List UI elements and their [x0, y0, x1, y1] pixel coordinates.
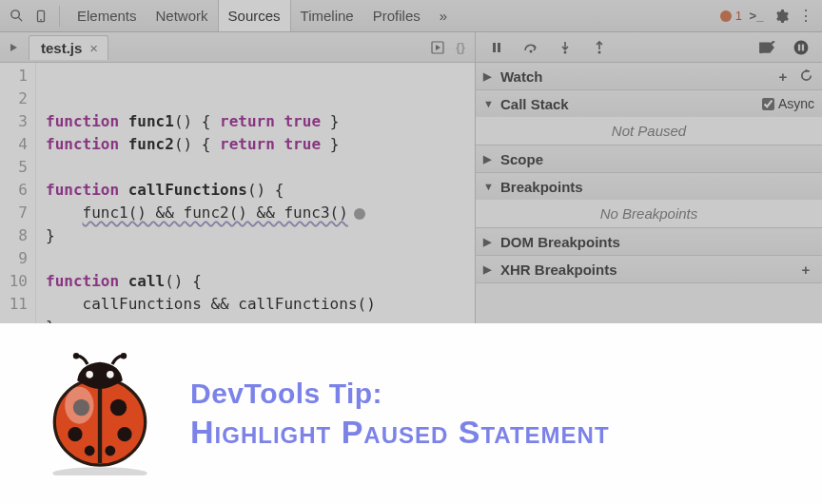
tabs-overflow-button[interactable]: »	[430, 0, 457, 31]
main-tabs: Elements Network Sources Timeline Profil…	[68, 0, 457, 31]
svg-point-20	[110, 399, 127, 416]
banner-text: DevTools Tip: Highlight Paused Statement	[190, 376, 610, 452]
editor-pane: test.js × {} 1234567891011 function func…	[0, 32, 476, 323]
disclosure-down-icon: ▼	[483, 181, 495, 192]
disclosure-right-icon: ▶	[483, 70, 495, 83]
svg-point-28	[73, 353, 80, 359]
error-count: 1	[735, 9, 742, 23]
svg-rect-5	[493, 43, 496, 52]
error-marker-icon	[354, 208, 365, 220]
svg-point-7	[530, 49, 533, 52]
code-content: function func1() { return true } functio…	[36, 63, 376, 323]
svg-point-16	[52, 467, 147, 475]
xhr-breakpoints-header[interactable]: ▶ XHR Breakpoints +	[476, 256, 822, 282]
disclosure-right-icon: ▶	[483, 153, 495, 165]
xhr-breakpoints-title: XHR Breakpoints	[500, 262, 617, 278]
breakpoints-section: ▼ Breakpoints No Breakpoints	[476, 173, 822, 228]
step-over-icon[interactable]	[521, 38, 540, 57]
svg-rect-6	[498, 43, 500, 52]
disclosure-right-icon: ▶	[483, 236, 495, 248]
svg-line-1	[18, 17, 22, 21]
device-icon[interactable]	[30, 6, 51, 27]
disclosure-down-icon: ▼	[483, 98, 495, 109]
scope-header[interactable]: ▶ Scope	[476, 145, 822, 172]
run-snippet-icon[interactable]	[429, 39, 446, 56]
settings-gear-icon[interactable]	[771, 6, 792, 27]
dom-breakpoints-title: DOM Breakpoints	[500, 234, 620, 250]
pause-icon[interactable]	[487, 38, 506, 57]
separator	[59, 6, 60, 27]
callstack-section: ▼ Call Stack Async Not Paused	[476, 90, 822, 145]
add-watch-icon[interactable]: +	[774, 68, 792, 85]
tab-timeline[interactable]: Timeline	[291, 0, 363, 31]
breakpoints-header[interactable]: ▼ Breakpoints	[476, 173, 822, 200]
svg-point-22	[117, 427, 131, 441]
file-tab-label: test.js	[41, 40, 82, 56]
svg-rect-14	[798, 44, 800, 50]
tab-elements[interactable]: Elements	[68, 0, 147, 31]
dom-breakpoints-header[interactable]: ▶ DOM Breakpoints	[476, 228, 822, 255]
workspace: test.js × {} 1234567891011 function func…	[0, 32, 822, 323]
tab-sources[interactable]: Sources	[218, 0, 291, 31]
svg-point-24	[105, 446, 115, 456]
refresh-icon[interactable]	[797, 68, 814, 85]
watch-section: ▶ Watch +	[476, 63, 822, 90]
async-label: Async	[778, 96, 814, 111]
tab-network[interactable]: Network	[147, 0, 218, 31]
close-icon[interactable]: ×	[89, 40, 98, 56]
code-editor[interactable]: 1234567891011 function func1() { return …	[0, 63, 475, 323]
dom-breakpoints-section: ▶ DOM Breakpoints	[476, 228, 822, 256]
svg-point-9	[564, 50, 567, 53]
step-into-icon[interactable]	[556, 38, 575, 57]
add-xhr-icon[interactable]: +	[797, 262, 814, 278]
debugger-toolbar	[476, 32, 822, 63]
svg-point-25	[65, 387, 93, 424]
svg-point-0	[10, 10, 18, 18]
callstack-body: Not Paused	[476, 117, 822, 145]
search-icon[interactable]	[6, 6, 27, 27]
svg-point-13	[794, 40, 809, 54]
navigator-toggle-icon[interactable]	[6, 39, 23, 56]
callstack-header[interactable]: ▼ Call Stack Async	[476, 90, 822, 117]
format-icon[interactable]: {}	[452, 39, 469, 56]
main-toolbar: Elements Network Sources Timeline Profil…	[0, 0, 822, 32]
svg-point-29	[121, 353, 127, 359]
ladybug-icon	[38, 352, 162, 475]
pause-on-exceptions-icon[interactable]	[792, 38, 811, 57]
scope-title: Scope	[500, 151, 543, 167]
debugger-pane: ▶ Watch + ▼ Call Stack Async	[476, 32, 822, 323]
svg-point-23	[85, 446, 95, 456]
error-badge[interactable]: 1	[720, 9, 742, 23]
file-tab-strip: test.js × {}	[0, 32, 475, 63]
svg-rect-15	[802, 44, 804, 50]
watch-header[interactable]: ▶ Watch +	[476, 63, 822, 89]
async-checkbox[interactable]	[762, 98, 774, 110]
banner-line2: Highlight Paused Statement	[190, 412, 610, 453]
line-gutter: 1234567891011	[0, 63, 36, 323]
error-icon	[720, 10, 732, 22]
breakpoints-title: Breakpoints	[500, 179, 583, 195]
file-tab[interactable]: test.js ×	[29, 35, 108, 60]
tip-banner: DevTools Tip: Highlight Paused Statement	[0, 323, 822, 504]
callstack-title: Call Stack	[500, 96, 569, 112]
svg-point-21	[68, 427, 82, 441]
banner-line1: DevTools Tip:	[190, 376, 610, 412]
svg-point-11	[598, 50, 601, 53]
xhr-breakpoints-section: ▶ XHR Breakpoints +	[476, 256, 822, 283]
disclosure-right-icon: ▶	[483, 263, 495, 276]
scope-section: ▶ Scope	[476, 145, 822, 173]
async-toggle[interactable]: Async	[762, 96, 814, 111]
step-out-icon[interactable]	[590, 38, 609, 57]
breakpoints-body: No Breakpoints	[476, 200, 822, 227]
devtools-window: Elements Network Sources Timeline Profil…	[0, 0, 822, 323]
svg-point-27	[107, 371, 114, 378]
deactivate-breakpoints-icon[interactable]	[757, 38, 776, 57]
svg-point-26	[86, 371, 93, 378]
tab-profiles[interactable]: Profiles	[363, 0, 430, 31]
console-drawer-icon[interactable]: >_	[746, 6, 767, 27]
dock-menu-icon[interactable]: ⋮	[795, 6, 816, 27]
watch-title: Watch	[500, 68, 542, 85]
